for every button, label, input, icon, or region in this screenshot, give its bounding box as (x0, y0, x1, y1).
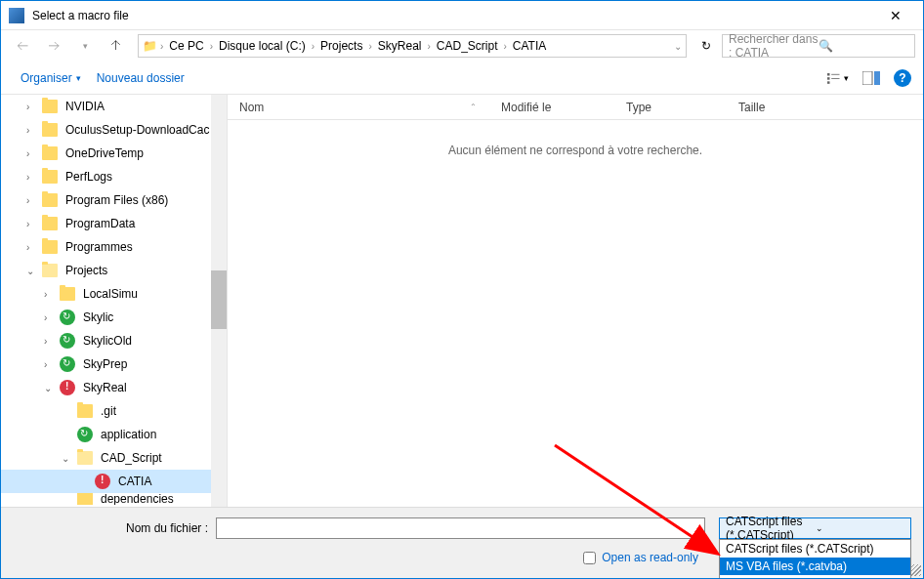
refresh-button[interactable]: ↻ (694, 34, 718, 58)
tree-item-label: .git (101, 404, 116, 418)
folder-icon (42, 264, 58, 277)
folder-icon (42, 217, 58, 230)
expander-icon[interactable]: › (44, 312, 56, 323)
filetype-option[interactable]: CATScript files (*.CATScript) (720, 540, 910, 558)
tree-item[interactable]: ›Program Files (x86) (1, 188, 211, 212)
column-type[interactable]: Type (614, 101, 727, 114)
tree-item-label: application (101, 428, 156, 441)
chevron-down-icon: ⌄ (816, 523, 905, 533)
tree-item[interactable]: ›ProgramData (1, 212, 211, 235)
expander-icon[interactable]: › (26, 102, 38, 112)
expander-icon[interactable]: › (26, 172, 38, 183)
folder-icon (42, 100, 58, 113)
folder-icon (42, 146, 58, 160)
breadcrumb-bar[interactable]: 📁 › Ce PC › Disque local (C:) › Projects… (138, 34, 687, 58)
tree-item[interactable]: ⌄CAD_Script (1, 446, 211, 470)
filetype-dropdown: CATScript files (*.CATScript)MS VBA file… (719, 539, 911, 579)
column-name[interactable]: Nom ⌃ (228, 101, 489, 114)
breadcrumb-item[interactable]: CAD_Script (433, 39, 502, 53)
filetype-option[interactable]: MS VBA files (*.catvba) (720, 558, 910, 575)
error-badge-icon (60, 380, 75, 395)
sync-badge-icon (77, 427, 93, 442)
breadcrumb-item[interactable]: CATIA (509, 39, 550, 53)
tree-item[interactable]: ›LocalSimu (1, 282, 211, 306)
expander-icon[interactable]: ⌄ (26, 266, 38, 276)
tree-item-label: dependencies (101, 493, 174, 505)
tree-item[interactable]: ›NVIDIA (1, 95, 211, 118)
expander-icon[interactable]: › (44, 359, 56, 370)
view-options-button[interactable]: ▾ (827, 67, 849, 89)
scrollbar-thumb[interactable] (211, 270, 227, 329)
tree-item[interactable]: application (1, 423, 211, 446)
search-input[interactable]: Rechercher dans : CATIA 🔍 (722, 34, 915, 58)
tree-item[interactable]: ⌄Projects (1, 259, 211, 282)
column-size[interactable]: Taille (727, 101, 805, 114)
tree-item[interactable]: CATIA (1, 470, 211, 493)
close-button[interactable]: ✕ (876, 8, 915, 23)
tree-item[interactable]: dependencies (1, 493, 211, 505)
tree-item[interactable]: ›OculusSetup-DownloadCac (1, 118, 211, 142)
forward-button[interactable]: 🡢 (40, 34, 67, 58)
new-folder-button[interactable]: Nouveau dossier (89, 67, 192, 89)
tree-item-label: SkylicOld (83, 334, 132, 348)
chevron-down-icon: ▾ (844, 73, 849, 83)
preview-pane-button[interactable] (861, 67, 882, 89)
back-button[interactable]: 🡠 (9, 34, 36, 58)
help-button[interactable]: ? (894, 69, 911, 87)
folder-icon: 📁 (143, 39, 158, 53)
chevron-icon: › (210, 41, 213, 52)
tree-item[interactable]: ›Skylic (1, 306, 211, 329)
expander-icon[interactable]: › (26, 195, 38, 206)
expander-icon[interactable]: › (26, 242, 38, 253)
organize-button[interactable]: Organiser ▾ (13, 67, 89, 89)
tree-item[interactable]: ›OneDriveTemp (1, 142, 211, 165)
breadcrumb-item[interactable]: Disque local (C:) (215, 39, 310, 53)
tree-item-label: PerfLogs (65, 170, 112, 184)
expander-icon[interactable]: ⌄ (62, 453, 73, 464)
app-icon (9, 8, 24, 23)
chevron-icon: › (312, 41, 315, 52)
breadcrumb-item[interactable]: Projects (316, 39, 366, 53)
folder-icon (42, 240, 58, 254)
tree-item[interactable]: .git (1, 399, 211, 423)
column-modified[interactable]: Modifié le (489, 101, 614, 114)
toolbar: Organiser ▾ Nouveau dossier ▾ ? (1, 62, 923, 95)
filetype-selected: CATScript files (*.CATScript) (726, 515, 816, 542)
svg-rect-4 (827, 81, 830, 84)
expander-icon[interactable]: ⌄ (44, 383, 56, 393)
filename-input[interactable] (216, 517, 705, 539)
breadcrumb-item[interactable]: Ce PC (165, 39, 207, 53)
expander-icon[interactable]: › (44, 336, 56, 347)
svg-rect-2 (827, 77, 830, 80)
expander-icon[interactable]: › (44, 289, 56, 300)
tree-item[interactable]: ⌄SkyReal (1, 376, 211, 399)
tree-item-label: Skylic (83, 310, 113, 324)
tree-item[interactable]: ›SkylicOld (1, 329, 211, 352)
breadcrumb-item[interactable]: SkyReal (374, 39, 426, 53)
empty-message: Aucun élément ne correspond à votre rech… (228, 120, 923, 181)
chevron-icon: › (160, 41, 163, 52)
tree-item[interactable]: ›SkyPrep (1, 352, 211, 376)
column-headers: Nom ⌃ Modifié le Type Taille (228, 95, 923, 120)
filetype-select[interactable]: CATScript files (*.CATScript) ⌄ (719, 517, 911, 539)
folder-icon (42, 193, 58, 207)
tree-item[interactable]: ›PerfLogs (1, 165, 211, 188)
readonly-checkbox[interactable] (583, 552, 596, 564)
filetype-option[interactable]: MS VBScript files (*.catvbs) (720, 575, 910, 579)
up-button[interactable]: 🡡 (103, 34, 130, 58)
expander-icon[interactable]: › (26, 219, 38, 229)
chevron-down-icon[interactable]: ⌄ (674, 41, 682, 52)
titlebar: Select a macro file ✕ (1, 1, 923, 30)
svg-rect-3 (831, 78, 839, 79)
filename-label: Nom du fichier : (13, 521, 208, 535)
expander-icon[interactable]: › (26, 148, 38, 159)
folder-tree: ›NVIDIA›OculusSetup-DownloadCac›OneDrive… (1, 95, 228, 509)
tree-item[interactable]: ›Programmes (1, 235, 211, 259)
tree-item-label: CATIA (118, 475, 151, 488)
sync-badge-icon (60, 310, 75, 325)
chevron-icon: › (368, 41, 371, 52)
expander-icon[interactable]: › (26, 125, 38, 136)
folder-icon (77, 451, 93, 465)
svg-rect-6 (874, 71, 880, 85)
recent-dropdown[interactable]: ▾ (71, 34, 99, 58)
